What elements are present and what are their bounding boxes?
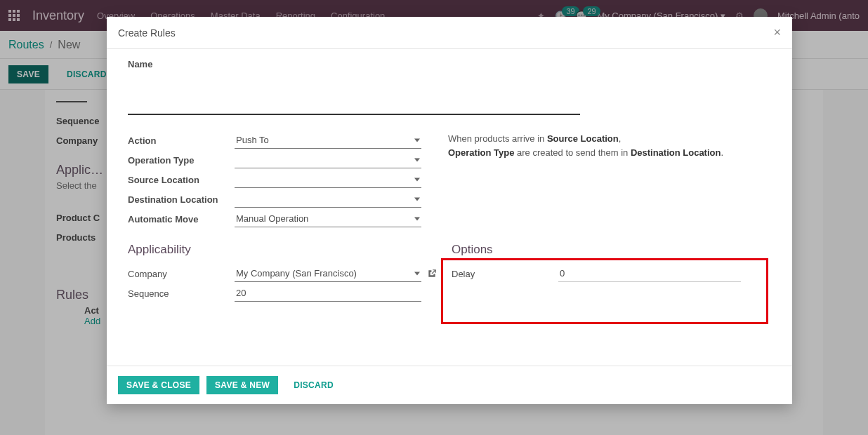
close-icon[interactable]: × — [773, 25, 781, 40]
save-new-button[interactable]: SAVE & NEW — [206, 376, 278, 394]
automove-select[interactable] — [235, 210, 421, 227]
modal-body: Name Action Operation Type — [107, 49, 792, 366]
create-rules-modal: Create Rules × Name Action — [107, 17, 792, 404]
chevron-down-icon — [414, 272, 420, 276]
optype-select[interactable] — [235, 152, 421, 168]
chevron-down-icon — [414, 159, 420, 162]
company-label: Company — [128, 269, 235, 279]
action-select[interactable] — [235, 132, 421, 149]
applicability-title: Applicability — [128, 243, 447, 257]
help-text: When products arrive in Source Location,… — [448, 130, 771, 229]
automove-label: Automatic Move — [128, 214, 235, 225]
external-link-icon[interactable] — [427, 269, 437, 279]
srcloc-label: Source Location — [128, 175, 235, 185]
modal-discard-button[interactable]: DISCARD — [285, 376, 342, 394]
sequence-input[interactable] — [235, 285, 421, 302]
action-label: Action — [128, 135, 235, 146]
name-label: Name — [128, 59, 235, 69]
delay-input[interactable] — [558, 265, 741, 282]
delay-label: Delay — [452, 269, 558, 279]
save-close-button[interactable]: SAVE & CLOSE — [118, 376, 199, 394]
modal-title: Create Rules — [118, 27, 176, 39]
dstloc-select[interactable] — [235, 191, 421, 208]
srcloc-select[interactable] — [235, 171, 421, 188]
company-select[interactable] — [235, 265, 421, 282]
modal-header: Create Rules × — [107, 17, 792, 49]
chevron-down-icon — [414, 218, 420, 221]
modal-footer: SAVE & CLOSE SAVE & NEW DISCARD — [107, 366, 792, 404]
name-input[interactable] — [128, 83, 580, 115]
sequence-label: Sequence — [128, 288, 235, 299]
chevron-down-icon — [414, 198, 420, 201]
options-title: Options — [452, 243, 771, 257]
chevron-down-icon — [414, 178, 420, 182]
dstloc-label: Destination Location — [128, 194, 235, 205]
chevron-down-icon — [414, 139, 420, 142]
optype-label: Operation Type — [128, 155, 235, 166]
